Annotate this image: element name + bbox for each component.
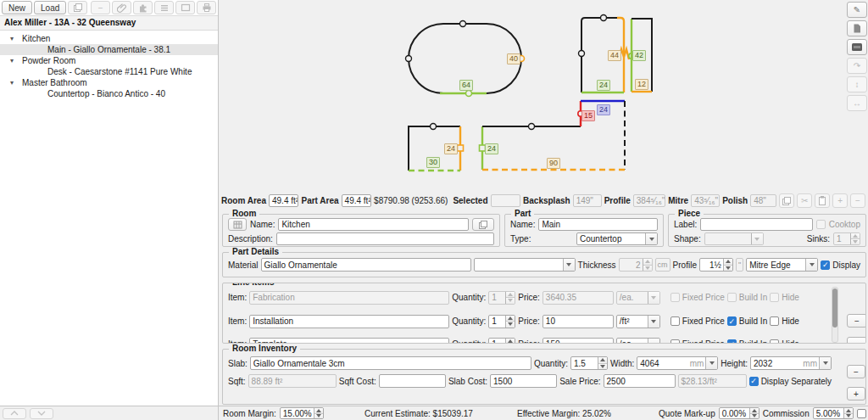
hide-checkbox[interactable]: [770, 316, 779, 326]
dimension-badge[interactable]: 90: [547, 158, 560, 169]
stepper-arrows[interactable]: [505, 339, 515, 344]
price-input[interactable]: 150: [542, 338, 614, 344]
display-checkbox[interactable]: ✓: [821, 260, 830, 270]
room-grid-button[interactable]: [228, 218, 247, 231]
price-unit-select[interactable]: /ea.: [616, 338, 660, 344]
commission-stepper[interactable]: 5.00%: [813, 407, 854, 419]
remove-line-item-button[interactable]: −: [847, 314, 866, 328]
room-copy-button[interactable]: [472, 218, 494, 231]
price-input[interactable]: 3640.35: [542, 291, 614, 305]
remove-line-item-button[interactable]: −: [847, 337, 866, 344]
new-button[interactable]: New: [2, 1, 32, 14]
price-unit-select[interactable]: /ft²: [616, 315, 660, 328]
cut-button[interactable]: ✂: [797, 193, 812, 208]
dimension-badge[interactable]: 44: [608, 50, 621, 61]
selected-field[interactable]: [491, 194, 521, 207]
dimension-badge[interactable]: 64: [459, 80, 473, 91]
expander-icon[interactable]: ▾: [7, 33, 17, 44]
part-area-field[interactable]: 49.4 ft²: [342, 194, 372, 207]
piece-shape-select[interactable]: [704, 232, 764, 245]
remove-slab-button[interactable]: −: [847, 365, 865, 378]
quote-markup-stepper[interactable]: 0.00%: [719, 407, 760, 419]
dimension-badge[interactable]: 30: [426, 157, 440, 168]
slab-quantity-stepper[interactable]: 1.5: [570, 356, 608, 370]
build-in-checkbox[interactable]: [727, 293, 737, 302]
edit-button[interactable]: ✎: [847, 2, 867, 18]
sale-price-input[interactable]: 2500: [604, 374, 676, 388]
build-in-checkbox[interactable]: ✓: [727, 316, 737, 326]
tree-room-powder-room[interactable]: ▾ Powder Room: [0, 55, 218, 66]
autosave-checkbox[interactable]: [857, 409, 866, 418]
stepper-arrows[interactable]: [723, 259, 732, 271]
stepper-arrows[interactable]: [643, 259, 652, 271]
stepper-arrows[interactable]: [505, 292, 515, 304]
hide-checkbox[interactable]: [770, 293, 779, 302]
room-description-input[interactable]: [276, 232, 494, 245]
sinks-stepper[interactable]: 1: [833, 232, 860, 245]
sqft-cost-input[interactable]: [379, 374, 446, 388]
details-button[interactable]: [154, 1, 174, 14]
preview-button[interactable]: [175, 1, 195, 14]
stepper-arrows[interactable]: [598, 357, 607, 369]
stepper-arrows[interactable]: [505, 316, 515, 328]
room-area-field[interactable]: 49.4 ft²: [269, 194, 299, 207]
piece-label-input[interactable]: [700, 218, 813, 231]
duplicate-piece-button[interactable]: [779, 193, 794, 208]
profile-field[interactable]: 384⁵⁄₁₆": [633, 194, 665, 207]
backsplash-field[interactable]: 149": [573, 194, 602, 207]
print-button[interactable]: [197, 1, 216, 14]
addons-button[interactable]: [133, 1, 153, 14]
item-input[interactable]: Template: [249, 338, 449, 344]
material-secondary-select[interactable]: [474, 258, 576, 272]
line-items-scrollbar[interactable]: [832, 287, 838, 343]
edge-type-select[interactable]: Mitre Edge: [746, 258, 818, 272]
duplicate-job-button[interactable]: [68, 1, 87, 14]
price-unit-select[interactable]: /ea.: [616, 291, 660, 305]
stepper-arrows[interactable]: [843, 408, 853, 418]
part-name-input[interactable]: Main: [538, 218, 658, 231]
remove-button[interactable]: −: [91, 1, 110, 14]
flip-vertical-button[interactable]: ↕: [847, 76, 867, 92]
price-input[interactable]: 10: [542, 315, 614, 328]
attachment-button[interactable]: [112, 1, 131, 14]
dimension-badge[interactable]: 24: [485, 143, 498, 154]
stepper-arrows[interactable]: [850, 233, 860, 244]
quantity-stepper[interactable]: 1: [488, 315, 515, 328]
drawing-canvas[interactable]: 40 64 44 42 24 12 24 15 24 30 24 90: [219, 0, 868, 192]
expander-icon[interactable]: ▾: [7, 77, 17, 88]
stepper-arrows[interactable]: [314, 408, 323, 418]
material-input[interactable]: Giallo Ornamentale: [261, 258, 471, 272]
thickness-stepper[interactable]: 2: [619, 258, 653, 272]
stepper-arrows[interactable]: [749, 408, 759, 418]
page-button[interactable]: [847, 20, 867, 36]
dimension-badge[interactable]: 42: [632, 50, 646, 61]
display-separately-checkbox[interactable]: ✓: [749, 377, 759, 386]
scrollbar-thumb[interactable]: [832, 288, 837, 328]
tree-part-countertop[interactable]: Countertop - Bianco Antico - 40: [0, 88, 218, 99]
paste-button[interactable]: [815, 193, 830, 208]
add-piece-button[interactable]: +: [832, 193, 848, 208]
fixed-price-checkbox[interactable]: [670, 293, 680, 302]
dimension-badge[interactable]: 24: [597, 104, 610, 115]
cooktop-checkbox[interactable]: [816, 220, 826, 229]
tree-part-desk[interactable]: Desk - Caesarstone #1141 Pure White: [0, 66, 218, 77]
mitre-field[interactable]: 43⁵⁄₁₆": [691, 194, 720, 207]
polish-field[interactable]: 48": [750, 194, 776, 207]
slab-cost-input[interactable]: 1500: [490, 374, 557, 388]
load-button[interactable]: Load: [34, 1, 66, 14]
tree-room-kitchen[interactable]: ▾ Kitchen: [0, 33, 218, 44]
add-slab-button[interactable]: +: [847, 387, 865, 400]
slab-height-input[interactable]: 2032 mm: [750, 356, 832, 370]
expander-icon[interactable]: ▾: [7, 55, 17, 66]
fixed-price-checkbox[interactable]: [670, 339, 680, 344]
tree-room-master-bathroom[interactable]: ▾ Master Bathroom: [0, 77, 218, 88]
rotate-button[interactable]: ↷: [847, 58, 867, 74]
slab-input[interactable]: Giallo Ornamentale 3cm: [250, 356, 531, 370]
room-name-input[interactable]: Kitchen: [278, 218, 469, 231]
remove-piece-button[interactable]: −: [850, 193, 865, 208]
dimension-badge[interactable]: 24: [597, 80, 610, 91]
room-margin-stepper[interactable]: 15.00%: [280, 407, 324, 419]
quantity-stepper[interactable]: 1: [488, 338, 515, 344]
item-input[interactable]: Installation: [249, 315, 449, 328]
item-input[interactable]: Fabrication: [249, 291, 449, 305]
